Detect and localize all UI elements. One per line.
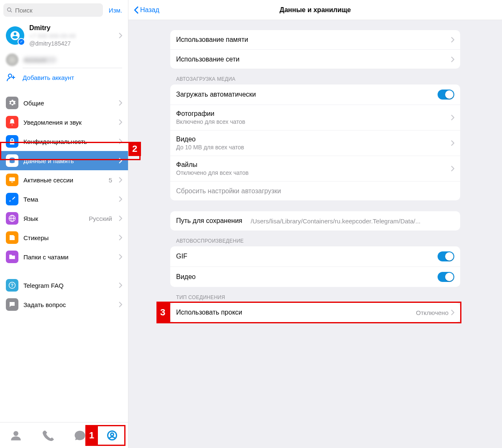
sidebar-item-privacy[interactable]: Конфиденциальность bbox=[0, 132, 128, 151]
row-value: /Users/lisa/Library/Containers/ru.keepco… bbox=[251, 218, 422, 225]
back-button[interactable]: Назад bbox=[134, 6, 159, 14]
globe-icon bbox=[6, 212, 18, 225]
sidebar-item-notifications[interactable]: Уведомления и звук bbox=[0, 113, 128, 132]
tab-calls[interactable] bbox=[40, 427, 56, 444]
sidebar-item-stickers[interactable]: Стикеры bbox=[0, 228, 128, 247]
add-account-label: Добавить аккаунт bbox=[23, 74, 74, 81]
bell-icon bbox=[6, 116, 18, 128]
row-reset-autoload[interactable]: Сбросить настройки автозагрузки bbox=[170, 181, 460, 200]
row-label: Загружать автоматически bbox=[176, 91, 438, 98]
row-video-autoplay[interactable]: Видео bbox=[170, 266, 460, 287]
row-label: Фотографии bbox=[176, 110, 214, 118]
row-save-path[interactable]: Путь для сохранения /Users/lisa/Library/… bbox=[170, 211, 460, 230]
sidebar-item-faq[interactable]: ? Telegram FAQ bbox=[0, 276, 128, 295]
profile-name: Dmitry bbox=[29, 24, 114, 32]
toggle-gif[interactable] bbox=[438, 251, 454, 261]
account2-name: Account bbox=[23, 56, 57, 63]
svg-point-13 bbox=[13, 431, 18, 436]
account2-avatar bbox=[6, 54, 18, 66]
row-network-usage[interactable]: Использование сети bbox=[170, 49, 460, 69]
sidebar-item-theme[interactable]: Тема bbox=[0, 189, 128, 209]
chevron-right-icon bbox=[119, 302, 122, 307]
edit-button[interactable]: Изм. bbox=[106, 5, 125, 15]
tabbar: 1 bbox=[0, 422, 128, 448]
sidebar-item-data-storage[interactable]: Данные и память bbox=[0, 151, 128, 170]
toggle-video[interactable] bbox=[438, 272, 454, 282]
page-title: Данные и хранилище bbox=[128, 6, 502, 14]
chevron-right-icon bbox=[119, 282, 122, 288]
brush-icon bbox=[6, 193, 18, 205]
chevron-right-icon bbox=[119, 235, 122, 241]
svg-text:?: ? bbox=[11, 283, 13, 288]
sidebar-item-label: Стикеры bbox=[23, 234, 112, 241]
main-content: Использование памяти Использование сети … bbox=[128, 20, 502, 448]
chevron-right-icon bbox=[451, 56, 454, 62]
add-account-row[interactable]: Добавить аккаунт bbox=[0, 68, 128, 90]
back-label: Назад bbox=[140, 6, 159, 14]
lock-icon bbox=[6, 135, 18, 148]
annotation-2-tag: 2 bbox=[128, 142, 141, 156]
chevron-right-icon bbox=[119, 215, 122, 221]
gear-icon bbox=[6, 97, 18, 109]
tab-settings[interactable] bbox=[104, 427, 120, 444]
sidebar-item-label: Общие bbox=[23, 100, 112, 107]
sidebar-item-general[interactable]: Общие bbox=[0, 93, 128, 113]
row-video[interactable]: Видео До 10 MB для всех чатов bbox=[170, 130, 460, 156]
chevron-right-icon bbox=[119, 177, 122, 183]
sidebar-item-ask[interactable]: Задать вопрос bbox=[0, 295, 128, 314]
tab-contacts[interactable] bbox=[8, 427, 24, 444]
chevron-right-icon bbox=[119, 254, 122, 260]
sidebar-item-folders[interactable]: Папки с чатами bbox=[0, 247, 128, 266]
autoplay-group: GIF Видео bbox=[170, 246, 460, 287]
row-label: Файлы bbox=[176, 161, 197, 169]
row-value: Отключено bbox=[416, 309, 448, 316]
savepath-group: Путь для сохранения /Users/lisa/Library/… bbox=[170, 211, 460, 230]
sidebar-item-label: Задать вопрос bbox=[23, 301, 112, 308]
toggle-auto-download[interactable] bbox=[438, 90, 454, 100]
row-use-proxy[interactable]: Использовать прокси Отключено bbox=[170, 303, 460, 322]
chevron-right-icon bbox=[119, 196, 122, 202]
profile-avatar bbox=[6, 26, 24, 45]
folder-icon bbox=[6, 251, 18, 263]
row-storage-usage[interactable]: Использование памяти bbox=[170, 30, 460, 49]
row-files[interactable]: Файлы Отключено для всех чатов bbox=[170, 156, 460, 181]
profile-phone: +7 000 000-00-00 bbox=[29, 33, 114, 39]
sidebar-top: Изм. bbox=[0, 0, 128, 20]
row-sub: Включено для всех чатов bbox=[176, 118, 245, 125]
conn-group: Использовать прокси Отключено bbox=[170, 303, 460, 322]
svg-rect-7 bbox=[11, 182, 13, 183]
profile-row[interactable]: Dmitry +7 000 000-00-00 @dmitry185427 bbox=[0, 20, 128, 51]
row-gif-autoplay[interactable]: GIF bbox=[170, 246, 460, 266]
sticker-icon bbox=[6, 231, 18, 244]
row-label: Использование сети bbox=[176, 56, 448, 63]
row-auto-download[interactable]: Загружать автоматически bbox=[170, 84, 460, 105]
svg-point-0 bbox=[8, 8, 11, 11]
annotation-3-tag: 3 bbox=[156, 302, 169, 323]
row-photos[interactable]: Фотографии Включено для всех чатов bbox=[170, 105, 460, 130]
sidebar-item-language[interactable]: Язык Русский bbox=[0, 209, 128, 228]
sidebar-item-label: Язык bbox=[23, 215, 84, 222]
row-label: Использование памяти bbox=[176, 36, 448, 44]
chevron-right-icon bbox=[119, 138, 122, 144]
row-label: GIF bbox=[176, 253, 438, 260]
annotation-1-tag: 1 bbox=[85, 425, 98, 446]
search-field[interactable] bbox=[3, 3, 103, 17]
sidebar-item-label: Папки с чатами bbox=[23, 253, 112, 261]
svg-point-2 bbox=[8, 74, 12, 77]
search-input[interactable] bbox=[15, 7, 100, 14]
chevron-right-icon bbox=[451, 115, 454, 120]
add-account-icon bbox=[6, 72, 17, 82]
account2-row[interactable]: Account bbox=[23, 51, 122, 68]
row-label: Сбросить настройки автозагрузки bbox=[176, 187, 454, 195]
main-panel: Назад Данные и хранилище Использование п… bbox=[128, 0, 502, 448]
sidebar-item-label: Данные и память bbox=[23, 157, 112, 164]
settings-list: Общие Уведомления и звук Конфиденциально… bbox=[0, 90, 128, 314]
search-icon bbox=[7, 7, 13, 13]
group-header-autoload: АВТОЗАГРУЗКА МЕДИА bbox=[170, 69, 460, 84]
profile-info: Dmitry +7 000 000-00-00 @dmitry185427 bbox=[29, 24, 114, 47]
svg-rect-6 bbox=[9, 177, 15, 181]
profile-username: @dmitry185427 bbox=[29, 40, 114, 47]
sidebar-item-label: Активные сессии bbox=[23, 177, 104, 184]
sidebar-item-label: Тема bbox=[23, 196, 112, 203]
sidebar-item-sessions[interactable]: Активные сессии 5 bbox=[0, 170, 128, 189]
